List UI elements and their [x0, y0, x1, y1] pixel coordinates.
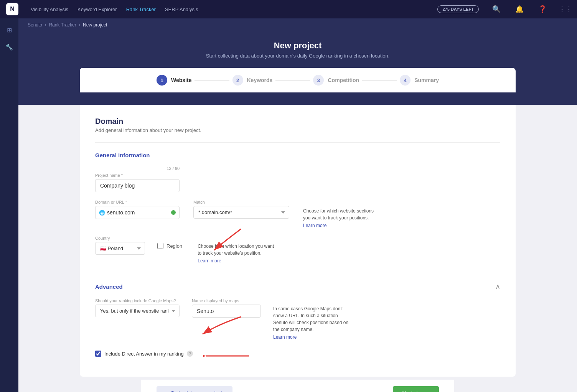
project-name-row: 12 / 60 Project name *: [95, 166, 500, 192]
breadcrumb-new-project: New project: [83, 22, 107, 28]
location-hint-text: Choose from which location you want to t…: [198, 243, 274, 257]
step-2-number: 2: [232, 75, 243, 86]
advanced-header: Advanced ∧: [95, 282, 500, 291]
advanced-title: Advanced: [95, 283, 123, 290]
domain-section-title: Domain Add general information about you…: [95, 117, 500, 133]
region-checkbox-wrapper: Region: [157, 243, 182, 249]
flag-wrapper: 🇵🇱 Poland 🇩🇪 Germany 🇺🇸 United States: [95, 242, 145, 255]
step-line-1: [195, 80, 229, 81]
match-label: Match: [193, 200, 289, 204]
next-step-button[interactable]: Next step →: [393, 386, 439, 392]
red-arrow-3: [203, 350, 253, 362]
step-2-label: Keywords: [247, 77, 273, 83]
match-learn-more-link[interactable]: Learn more: [303, 223, 380, 228]
country-region-row: Country 🇵🇱 Poland 🇩🇪 Germany 🇺🇸 United S…: [95, 236, 500, 264]
country-select[interactable]: 🇵🇱 Poland 🇩🇪 Germany 🇺🇸 United States: [95, 242, 145, 255]
direct-answer-info-icon[interactable]: ?: [187, 351, 193, 357]
back-button[interactable]: ← Go back to your projects: [157, 386, 232, 392]
nav-keyword-explorer[interactable]: Keyword Explorer: [77, 7, 117, 12]
general-info-heading: General information: [95, 152, 500, 158]
maps-learn-more-link[interactable]: Learn more: [273, 334, 350, 340]
step-4-number: 4: [400, 75, 410, 86]
direct-answer-checkbox[interactable]: [95, 351, 101, 357]
sidebar-dashboard-icon[interactable]: ⊞: [4, 25, 15, 35]
step-3-label: Competition: [328, 77, 359, 83]
content-area: Domain Add general information about you…: [18, 105, 577, 392]
step-website[interactable]: 1 Website: [157, 75, 191, 86]
page-header: New project Start collecting data about …: [18, 31, 577, 105]
match-hint-group: Choose for which website sections you wa…: [303, 208, 380, 228]
breadcrumb-senuto[interactable]: Senuto: [28, 22, 42, 28]
step-competition[interactable]: 3 Competition: [313, 75, 359, 86]
step-1-label: Website: [171, 77, 191, 83]
nav-visibility-analysis[interactable]: Visibility Analysis: [31, 7, 68, 12]
bottom-bar: ← Go back to your projects Next step →: [141, 380, 454, 392]
region-checkbox[interactable]: [157, 243, 163, 249]
location-hint-group: Choose from which location you want to t…: [198, 243, 274, 264]
help-icon[interactable]: ❓: [537, 4, 548, 15]
globe-icon: 🌐: [99, 210, 105, 216]
maps-name-label: Name displayed by maps: [192, 298, 261, 303]
match-field: Match *.domain.com/* domain.com/* www.do…: [193, 200, 289, 219]
page-title: New project: [18, 41, 577, 51]
project-name-field: 12 / 60 Project name *: [95, 166, 180, 192]
match-hint-text: Choose for which website sections you wa…: [303, 208, 380, 221]
step-1-number: 1: [157, 75, 167, 86]
step-summary[interactable]: 4 Summary: [400, 75, 439, 86]
search-icon[interactable]: 🔍: [491, 4, 502, 15]
country-label: Country: [95, 236, 145, 240]
maps-hint-text: In some cases Google Maps don't show a U…: [273, 305, 350, 333]
top-navigation: N Visibility Analysis Keyword Explorer R…: [0, 0, 577, 18]
trial-badge: 275 DAYS LEFT: [437, 5, 479, 13]
domain-label: Domain or URL *: [95, 200, 180, 204]
maps-hint-group: In some cases Google Maps don't show a U…: [273, 305, 350, 340]
domain-match-row: Domain or URL * 🌐 Match *.: [95, 200, 500, 228]
breadcrumb-rank-tracker[interactable]: Rank Tracker: [49, 22, 76, 28]
step-3-number: 3: [313, 75, 324, 86]
page-subtitle: Start collecting data about your domain'…: [18, 53, 577, 59]
app-logo[interactable]: N: [6, 3, 18, 15]
direct-answer-label: Include Direct Answer in my ranking: [104, 351, 184, 357]
google-maps-row: Should your ranking include Google Maps?…: [95, 298, 500, 340]
domain-input-wrapper: 🌐: [95, 206, 180, 219]
google-maps-label: Should your ranking include Google Maps?: [95, 298, 180, 303]
direct-answer-wrapper: Include Direct Answer in my ranking ?: [95, 351, 193, 357]
google-maps-select[interactable]: Yes, but only if the website ranks in Go…: [95, 305, 180, 317]
step-line-2: [275, 80, 310, 81]
nav-serp-analysis[interactable]: SERP Analysis: [165, 7, 198, 12]
location-learn-more-link[interactable]: Learn more: [198, 258, 274, 264]
google-maps-field: Should your ranking include Google Maps?…: [95, 298, 180, 317]
collapse-button[interactable]: ∧: [495, 282, 500, 291]
region-label: Region: [167, 243, 182, 249]
grid-icon[interactable]: ⋮⋮: [560, 4, 571, 15]
maps-name-field: Name displayed by maps: [192, 298, 261, 318]
domain-status-indicator: [171, 210, 176, 215]
main-content: Senuto › Rank Tracker › New project New …: [18, 18, 577, 392]
wizard-steps: 1 Website 2 Keywords 3 Competition: [141, 68, 454, 92]
domain-field: Domain or URL * 🌐: [95, 200, 180, 219]
maps-name-input[interactable]: [192, 305, 261, 318]
direct-answer-row: Include Direct Answer in my ranking ?: [95, 348, 500, 357]
step-4-label: Summary: [414, 77, 439, 83]
breadcrumb: Senuto › Rank Tracker › New project: [18, 18, 577, 31]
project-name-label: Project name *: [95, 173, 180, 178]
notifications-icon[interactable]: 🔔: [514, 4, 525, 15]
project-name-input[interactable]: [95, 179, 180, 192]
step-line-3: [362, 80, 397, 81]
match-select-wrapper: *.domain.com/* domain.com/* www.domain.c…: [193, 206, 289, 219]
step-keywords[interactable]: 2 Keywords: [232, 75, 273, 86]
char-count: 12 / 60: [95, 166, 180, 171]
domain-input[interactable]: [95, 206, 180, 219]
form-container: Domain Add general information about you…: [80, 105, 516, 377]
match-select[interactable]: *.domain.com/* domain.com/* www.domain.c…: [193, 206, 289, 219]
left-sidebar: ⊞ 🔧: [0, 18, 18, 392]
nav-rank-tracker[interactable]: Rank Tracker: [126, 7, 156, 12]
country-field: Country 🇵🇱 Poland 🇩🇪 Germany 🇺🇸 United S…: [95, 236, 145, 255]
sidebar-tools-icon[interactable]: 🔧: [4, 41, 15, 52]
